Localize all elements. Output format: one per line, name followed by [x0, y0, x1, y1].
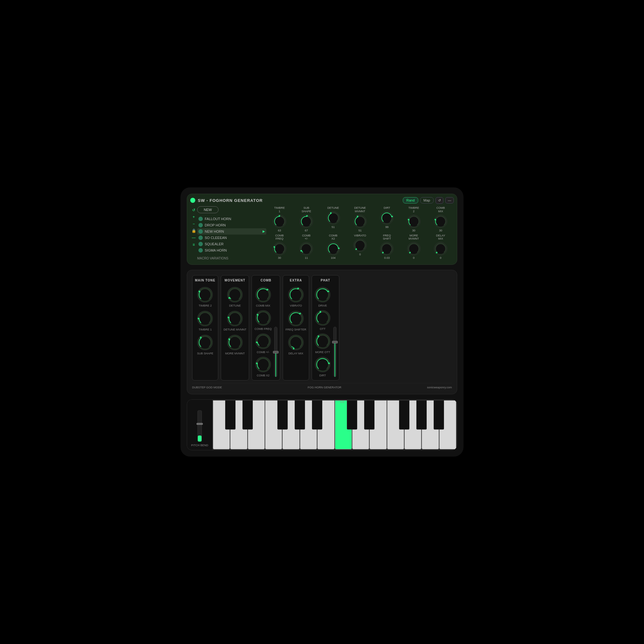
icon-arrow[interactable]: ↺ [191, 208, 196, 213]
white-key[interactable] [265, 400, 282, 449]
preset-item[interactable]: NEW HORN ▶ [197, 228, 266, 235]
top-main: ↺ + − 🔒 — ≡ NEW FALLOUT HORN DROP HORN N… [190, 206, 454, 261]
svg-point-42 [356, 249, 357, 250]
white-key[interactable] [230, 400, 247, 449]
icon-dash[interactable]: — [191, 235, 196, 240]
knob[interactable] [273, 214, 286, 228]
icon-plus[interactable]: + [191, 214, 196, 219]
svg-point-17 [381, 212, 392, 223]
knob[interactable] [326, 211, 340, 225]
fader-fill [275, 352, 276, 377]
fader-handle[interactable] [332, 341, 338, 343]
svg-point-57 [199, 288, 212, 301]
knob[interactable] [434, 214, 447, 228]
mid-knob[interactable] [227, 286, 243, 303]
knob[interactable] [380, 242, 394, 256]
mid-knob-group: OTT [314, 310, 331, 330]
svg-point-38 [338, 248, 339, 249]
knob-value: 104 [331, 256, 336, 259]
mid-knob[interactable] [197, 310, 213, 327]
white-key[interactable] [404, 400, 421, 449]
mid-knob[interactable] [255, 356, 271, 373]
pitch-bend-track[interactable] [197, 410, 202, 442]
white-key[interactable] [248, 400, 265, 449]
new-button[interactable]: NEW [197, 206, 219, 213]
mid-knob-group: TIMBRE 2 [195, 286, 215, 307]
comb-fader[interactable] [274, 327, 277, 377]
mid-knob-label: DETUNE [229, 304, 241, 307]
knob-label: COMBX2 [329, 234, 337, 241]
fader-handle[interactable] [273, 351, 279, 353]
mid-knob[interactable] [288, 310, 304, 327]
minimize-button[interactable]: — [445, 197, 454, 203]
svg-point-18 [391, 216, 393, 217]
knob[interactable] [299, 214, 313, 228]
mid-knob[interactable] [314, 333, 331, 349]
preset-item[interactable]: SQUEALER [197, 241, 266, 247]
knob[interactable] [434, 242, 447, 256]
svg-point-6 [306, 215, 308, 216]
knob-cell: VIBRATO 0 [347, 234, 373, 260]
knob[interactable] [326, 242, 340, 256]
mid-knob[interactable] [255, 333, 271, 349]
mid-section-main_tone: MAIN TONE TIMBRE 2 TIMBRE 1 [192, 275, 218, 380]
mid-knob[interactable] [197, 334, 213, 351]
svg-point-82 [267, 289, 268, 290]
mid-knob-label: COMB X2 [257, 374, 269, 377]
preset-item[interactable]: SIGMA HORN [197, 247, 266, 253]
white-key[interactable] [387, 400, 404, 449]
icon-lock[interactable]: 🔒 [191, 228, 196, 233]
knob[interactable] [407, 214, 421, 228]
mid-knob-group: FREQ SHIFTER [286, 310, 306, 331]
white-key[interactable] [335, 400, 352, 449]
mid-knob-group: COMB FREQ [254, 310, 272, 330]
preset-item[interactable]: DROP HORN [197, 222, 266, 228]
icon-list[interactable]: ≡ [191, 242, 196, 247]
note-label: C5 [341, 400, 344, 403]
mid-knob[interactable] [255, 310, 271, 326]
knob[interactable] [407, 242, 421, 256]
white-key[interactable] [352, 400, 369, 449]
white-key[interactable] [213, 400, 230, 449]
knob[interactable] [299, 242, 313, 256]
mid-knob[interactable] [288, 286, 304, 303]
mid-knob[interactable] [255, 286, 271, 303]
mid-knob-label: TIMBRE 2 [199, 304, 212, 307]
mid-knob[interactable] [314, 356, 331, 373]
mid-knob-label: MORE MVMNT [225, 352, 245, 355]
rand-button[interactable]: Rand [403, 197, 418, 203]
mid-knob-group: TIMBRE 1 [195, 310, 215, 331]
white-key[interactable] [300, 400, 317, 449]
knob-cell: COMB+/- 11 [293, 234, 319, 260]
knob[interactable] [273, 242, 286, 256]
preset-item[interactable]: SO CLEEEAN [197, 235, 266, 241]
knob-value: 63 [278, 229, 281, 232]
map-button[interactable]: Map [420, 197, 434, 203]
knob[interactable] [353, 238, 367, 252]
mid-knob[interactable] [314, 286, 331, 303]
white-key[interactable] [422, 400, 439, 449]
preset-item[interactable]: FALLOUT HORN [197, 216, 266, 222]
piano[interactable]: C5C6 [212, 400, 457, 450]
white-key[interactable] [317, 400, 334, 449]
white-key[interactable] [439, 400, 456, 449]
svg-point-13 [354, 216, 365, 227]
mid-knob[interactable] [314, 310, 331, 326]
knob-value: 0 [413, 256, 414, 259]
mid-knob[interactable] [288, 334, 304, 351]
knob[interactable] [353, 214, 367, 228]
pitch-bend-handle[interactable] [197, 423, 203, 425]
knob[interactable] [380, 211, 394, 225]
knob-value: 30 [278, 256, 281, 259]
svg-point-118 [318, 336, 319, 337]
mid-knob[interactable] [227, 310, 243, 327]
svg-point-78 [229, 339, 230, 340]
mid-knob[interactable] [227, 334, 243, 351]
mid-knob[interactable] [197, 286, 213, 303]
phat-fader[interactable] [333, 327, 336, 377]
white-key[interactable] [369, 400, 386, 449]
phat-inner: DRIVE OTT MORE OTT [314, 286, 336, 377]
reset-button[interactable]: ↺ [436, 197, 443, 204]
white-key[interactable] [282, 400, 299, 449]
icon-minus[interactable]: − [191, 221, 196, 226]
